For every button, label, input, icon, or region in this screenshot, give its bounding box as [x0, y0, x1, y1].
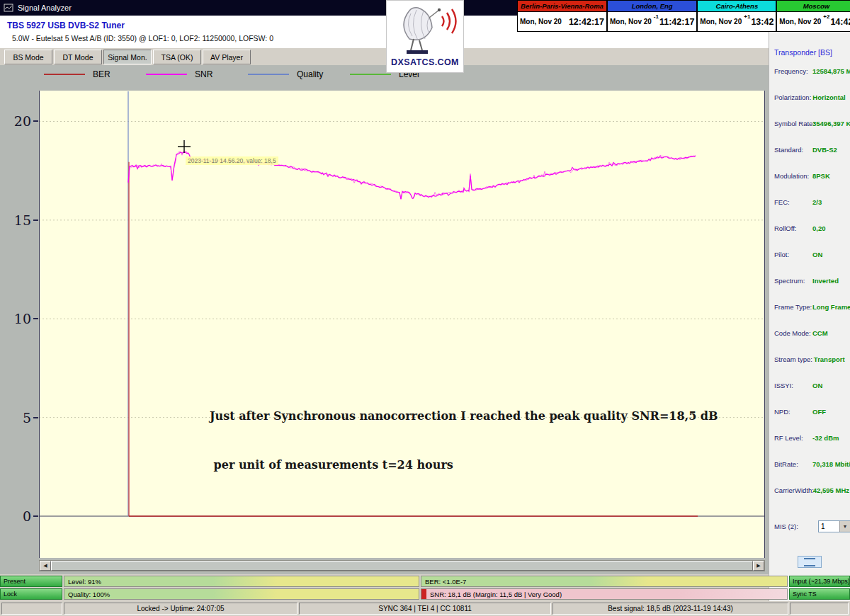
clock-moscow: Moscow Mon, Nov 20 +2 14:42 [776, 0, 850, 32]
transponder-row: Frequency:12584,875 MHz [774, 67, 849, 93]
sync-ts-badge: Sync TS [789, 588, 850, 600]
transponder-label: Frequency: [774, 67, 811, 75]
tab-av-player[interactable]: AV Player [203, 50, 251, 64]
quality-line-swatch [248, 74, 289, 75]
snr-bar: SNR: 18,1 dB (Margin: 11,5 dB | Very Goo… [421, 588, 788, 600]
transponder-header: Transponder [BS] [774, 48, 832, 57]
tab-signal-mon[interactable]: Signal Mon. [103, 50, 152, 64]
panel-button[interactable] [798, 556, 822, 568]
mis-select[interactable]: 1 ▼ [818, 520, 850, 532]
transponder-row: RF Level:-32 dBm [774, 434, 849, 460]
y-axis-tick [33, 318, 38, 319]
clock-city: Moscow [777, 1, 850, 12]
level-bar: Level: 91% [64, 576, 419, 587]
window-title: Signal Analyzer [18, 4, 72, 12]
chart-horizontal-scrollbar[interactable]: ◀ ▶ [39, 560, 765, 571]
logo-caption: DXSATCS.COM [391, 57, 459, 67]
chart-plot-area[interactable]: 2023-11-19 14.56.20, value: 18,5 Just af… [39, 91, 765, 558]
chart-legend: BER SNR Quality Level [0, 65, 769, 84]
transponder-value: DVB-S2 [812, 146, 837, 154]
world-clocks: Berlin-Paris-Vienna-Roma Mon, Nov 20 12:… [517, 0, 850, 32]
y-axis-tick [33, 120, 38, 122]
clock-date: Mon, Nov 20 [779, 18, 821, 25]
tab-tsa[interactable]: TSA (OK) [153, 50, 201, 64]
scroll-right-arrow-icon[interactable]: ▶ [753, 561, 764, 571]
transponder-row: FEC:2/3 [774, 198, 849, 224]
transponder-row: ISSYI:ON [774, 382, 849, 408]
transponder-value: 8PSK [812, 172, 830, 180]
transponder-label: ISSYI: [774, 382, 811, 389]
clock-cairo: Cairo-Athens Mon, Nov 20 +1 13:42 [697, 0, 776, 32]
transponder-row: Code Mode:CCM [774, 329, 849, 355]
transponder-label: Spectrum: [774, 277, 811, 285]
status-bar: Locked -> Uptime: 24:07:05 SYNC 364 | TE… [0, 601, 850, 616]
tab-bs-mode[interactable]: BS Mode [4, 50, 52, 64]
clock-time: 14:42 [830, 17, 850, 27]
clock-date: Mon, Nov 20 [520, 18, 562, 25]
transponder-row: Spectrum:Inverted [774, 277, 849, 303]
status-panel-blank-right [790, 603, 849, 615]
clock-city: Berlin-Paris-Vienna-Roma [518, 1, 606, 12]
chart-tooltip: 2023-11-19 14.56.20, value: 18,5 [186, 156, 278, 165]
transponder-value: 0,20 [812, 224, 826, 232]
clock-date: Mon, Nov 20 [700, 18, 742, 25]
y-axis-label: 10 [0, 311, 31, 326]
transponder-value: Long Frame [812, 303, 850, 311]
transponder-label: Frame Type: [774, 303, 811, 311]
transponder-row: BitRate:70,318 Mbit/s [774, 460, 849, 486]
mode-tabs: BS Mode DT Mode Signal Mon. TSA (OK) AV … [0, 48, 769, 65]
status-panel-blank-left [1, 603, 62, 615]
status-row-1: Present Level: 91% BER: <1.0E-7 Input (~… [0, 576, 850, 587]
best-signal-panel: Best signal: 18,5 dB (2023-11-19 14:43) [552, 603, 788, 615]
ber-line-swatch [44, 74, 85, 75]
transponder-label: Polarization: [774, 93, 811, 101]
list-icon [804, 558, 815, 566]
transponder-label: Modulation: [774, 172, 811, 180]
legend-item-snr: SNR [146, 69, 248, 79]
input-badge: Input (~21,39 Mbps) [789, 576, 850, 587]
transponder-row: CarrierWidth:42,595 MHz [774, 486, 849, 513]
transponder-label: NPD: [774, 408, 811, 416]
clock-time: 13:42 [751, 17, 774, 27]
tuner-name: TBS 5927 USB DVB-S2 Tuner [7, 21, 125, 30]
y-axis-label: 0 [0, 508, 31, 524]
transponder-label: BitRate: [774, 460, 811, 468]
transponder-row: Frame Type:Long Frame [774, 303, 849, 329]
signal-monitor-panel: BER SNR Quality Level 2023-11-19 14.56.2… [0, 65, 769, 574]
clock-utc-offset: +2 [823, 13, 829, 20]
scroll-left-arrow-icon[interactable]: ◀ [40, 561, 51, 571]
lock-badge: Lock [0, 588, 62, 600]
level-line-swatch [350, 74, 391, 75]
status-row-2: Lock Quality: 100% SNR: 18,1 dB (Margin:… [0, 588, 850, 600]
clock-utc-offset: +1 [744, 13, 750, 20]
transponder-sidebar: Transponder [BS] Frequency:12584,875 MHz… [769, 32, 850, 616]
clock-london: London, Eng Mon, Nov 20 -1 11:42:17 [607, 0, 697, 32]
legend-item-quality: Quality [248, 69, 350, 79]
transponder-value: Inverted [812, 277, 839, 285]
transponder-row: Symbol Rate:35496,397 KS/s [774, 120, 849, 146]
transponder-value: ON [812, 251, 822, 258]
clock-time: 11:42:17 [659, 17, 694, 27]
tab-dt-mode[interactable]: DT Mode [54, 50, 102, 64]
y-axis-tick [33, 417, 38, 418]
dxsatcs-logo: DXSATCS.COM [386, 0, 464, 73]
legend-item-ber: BER [44, 69, 146, 79]
scrollbar-thumb[interactable] [51, 561, 753, 571]
y-axis-label: 5 [0, 410, 31, 426]
transponder-value: 2/3 [812, 198, 822, 206]
uptime-panel: Locked -> Uptime: 24:07:05 [64, 603, 298, 615]
transponder-label: Symbol Rate: [774, 120, 811, 127]
transponder-value: 70,318 Mbit/s [812, 460, 850, 468]
transponder-row: Polarization:Horizontal [774, 93, 849, 120]
signal-analyzer-window: Signal Analyzer Berlin-Paris-Vienna-Roma… [0, 0, 850, 616]
chevron-down-icon[interactable]: ▼ [839, 521, 850, 532]
transponder-label: Code Mode: [774, 329, 811, 337]
transponder-value: OFF [812, 408, 826, 416]
transponder-row: RollOff:0,20 [774, 224, 849, 251]
clock-berlin: Berlin-Paris-Vienna-Roma Mon, Nov 20 12:… [517, 0, 607, 32]
mis-label: MIS (2): [774, 523, 811, 530]
clock-city: London, Eng [608, 1, 696, 12]
y-axis-tick [33, 515, 38, 517]
transponder-label: FEC: [774, 198, 811, 206]
transponder-row: Standard:DVB-S2 [774, 146, 849, 172]
